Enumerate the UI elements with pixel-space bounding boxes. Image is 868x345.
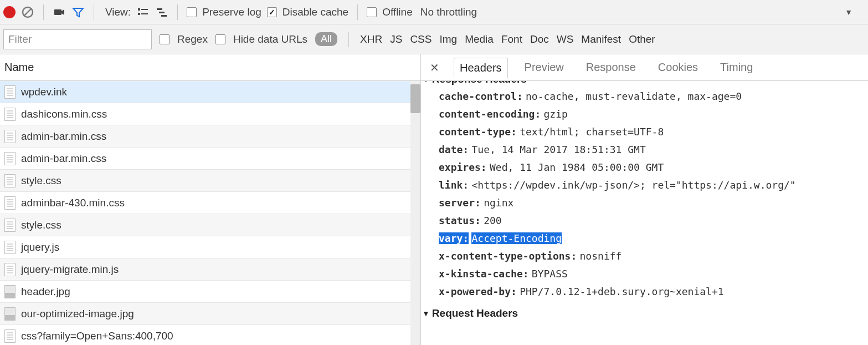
offline-label: Offline xyxy=(382,6,413,18)
request-row[interactable]: jquery.js xyxy=(0,236,420,258)
document-file-icon xyxy=(4,219,16,232)
tab-timing[interactable]: Timing xyxy=(715,58,758,77)
filter-js[interactable]: JS xyxy=(390,33,402,45)
request-row[interactable]: wpdev.ink xyxy=(0,81,420,103)
throttling-select[interactable]: No throttling xyxy=(420,6,477,18)
tab-response[interactable]: Response xyxy=(581,58,641,77)
header-row[interactable]: x-kinsta-cache: BYPASS xyxy=(439,265,864,283)
scrollbar-thumb[interactable] xyxy=(410,84,420,113)
request-row[interactable]: jquery-migrate.min.js xyxy=(0,258,420,281)
header-row[interactable]: cache-control: no-cache, must-revalidate… xyxy=(439,88,864,105)
header-value: 200 xyxy=(484,215,502,226)
chevron-down-icon: ▼ xyxy=(845,8,852,17)
document-file-icon xyxy=(4,152,16,165)
preserve-log-label: Preserve log xyxy=(202,6,261,18)
request-row[interactable]: dashicons.min.css xyxy=(0,103,420,125)
disable-cache-checkbox[interactable] xyxy=(267,7,277,17)
record-button[interactable] xyxy=(3,6,16,18)
request-row[interactable]: admin-bar.min.css xyxy=(0,125,420,148)
response-headers-section[interactable]: ▼ Response Headers xyxy=(422,81,864,85)
request-row[interactable]: admin-bar.min.css xyxy=(0,148,420,170)
svg-rect-7 xyxy=(157,8,162,10)
request-row[interactable]: css?family=Open+Sans:400,700 xyxy=(0,325,420,345)
filter-xhr[interactable]: XHR xyxy=(360,33,382,45)
header-row[interactable]: server: nginx xyxy=(439,194,864,212)
filter-font[interactable]: Font xyxy=(501,33,522,45)
request-row[interactable]: adminbar-430.min.css xyxy=(0,192,420,214)
regex-checkbox[interactable] xyxy=(160,34,170,44)
request-list-panel: Name wpdev.inkdashicons.min.cssadmin-bar… xyxy=(0,54,421,345)
column-header-name[interactable]: Name xyxy=(0,54,420,81)
request-name: css?family=Open+Sans:400,700 xyxy=(21,330,173,342)
request-headers-label: Request Headers xyxy=(432,307,518,319)
divider xyxy=(94,4,94,20)
header-key: date: xyxy=(439,144,469,155)
details-panel: ✕ Headers Preview Response Cookies Timin… xyxy=(421,54,868,345)
headers-pane: ▼ Response Headers cache-control: no-cac… xyxy=(421,81,868,345)
tab-preview[interactable]: Preview xyxy=(519,58,569,77)
filter-other[interactable]: Other xyxy=(629,33,655,45)
filter-css[interactable]: CSS xyxy=(410,33,432,45)
request-name: jquery.js xyxy=(21,241,59,253)
disclosure-triangle-icon: ▼ xyxy=(422,309,430,318)
header-row[interactable]: x-powered-by: PHP/7.0.12-1+deb.sury.org~… xyxy=(439,283,864,301)
header-value: text/html; charset=UTF-8 xyxy=(520,126,664,138)
request-list: wpdev.inkdashicons.min.cssadmin-bar.min.… xyxy=(0,81,420,345)
header-key: x-powered-by: xyxy=(439,286,517,297)
tab-cookies[interactable]: Cookies xyxy=(653,58,703,77)
request-name: style.css xyxy=(21,219,61,231)
request-row[interactable]: header.jpg xyxy=(0,281,420,303)
header-row[interactable]: date: Tue, 14 Mar 2017 18:51:31 GMT xyxy=(439,141,864,159)
filter-ws[interactable]: WS xyxy=(557,33,574,45)
waterfall-icon[interactable] xyxy=(155,6,168,19)
header-value: Tue, 14 Mar 2017 18:51:31 GMT xyxy=(471,144,645,155)
header-row[interactable]: x-content-type-options: nosniff xyxy=(439,247,864,265)
settings-dropdown[interactable]: ▼ xyxy=(845,8,865,17)
preserve-log-checkbox[interactable] xyxy=(187,7,197,17)
clear-button[interactable] xyxy=(21,6,34,19)
divider xyxy=(177,4,178,20)
header-row[interactable]: content-type: text/html; charset=UTF-8 xyxy=(439,123,864,141)
divider xyxy=(357,4,358,20)
view-label: View: xyxy=(105,6,131,18)
request-row[interactable]: our-optimized-image.jpg xyxy=(0,303,420,325)
scrollbar-track[interactable] xyxy=(410,81,420,345)
camera-icon[interactable] xyxy=(53,6,66,19)
filter-img[interactable]: Img xyxy=(439,33,457,45)
document-file-icon xyxy=(4,196,16,210)
header-row[interactable]: vary: Accept-Encoding xyxy=(439,230,864,247)
header-key: content-encoding: xyxy=(439,108,541,120)
filter-input[interactable] xyxy=(3,29,152,49)
header-value: Wed, 11 Jan 1984 05:00:00 GMT xyxy=(490,161,664,173)
request-row[interactable]: style.css xyxy=(0,170,420,192)
svg-rect-4 xyxy=(141,9,148,10)
tab-headers[interactable]: Headers xyxy=(454,58,508,78)
filter-all-pill[interactable]: All xyxy=(315,32,337,46)
filter-icon[interactable] xyxy=(71,6,85,19)
header-row[interactable]: content-encoding: gzip xyxy=(439,105,864,123)
document-file-icon xyxy=(4,263,16,276)
filter-manifest[interactable]: Manifest xyxy=(581,33,621,45)
filter-toolbar: Regex Hide data URLs All XHR JS CSS Img … xyxy=(0,24,868,54)
request-row[interactable]: style.css xyxy=(0,214,420,236)
large-rows-icon[interactable] xyxy=(136,6,150,19)
close-details-button[interactable]: ✕ xyxy=(427,61,443,74)
filter-doc[interactable]: Doc xyxy=(530,33,549,45)
hide-data-urls-checkbox[interactable] xyxy=(215,34,225,44)
header-row[interactable]: status: 200 xyxy=(439,212,864,230)
request-headers-section[interactable]: ▼ Request Headers xyxy=(422,307,864,319)
svg-rect-2 xyxy=(54,9,61,15)
request-name: admin-bar.min.css xyxy=(21,130,106,143)
header-key: server: xyxy=(439,197,481,209)
header-row[interactable]: link: <https://wpdev.ink/wp-json/>; rel=… xyxy=(439,176,864,194)
filter-media[interactable]: Media xyxy=(465,33,494,45)
svg-line-1 xyxy=(24,9,31,16)
main-panel: Name wpdev.inkdashicons.min.cssadmin-bar… xyxy=(0,54,868,345)
offline-checkbox[interactable] xyxy=(367,7,377,17)
svg-rect-6 xyxy=(141,13,148,14)
header-key: vary: xyxy=(439,232,469,244)
image-file-icon xyxy=(4,285,16,298)
header-row[interactable]: expires: Wed, 11 Jan 1984 05:00:00 GMT xyxy=(439,159,864,176)
request-name: adminbar-430.min.css xyxy=(21,197,125,209)
header-value: PHP/7.0.12-1+deb.sury.org~xenial+1 xyxy=(520,286,723,297)
